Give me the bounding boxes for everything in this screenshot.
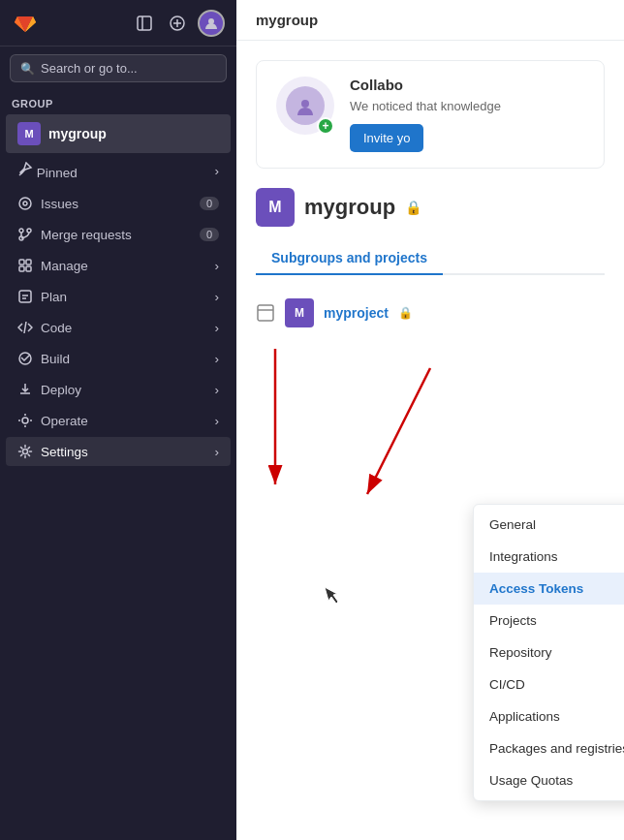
svg-point-23 [301, 100, 309, 108]
dropdown-item-cicd[interactable]: CI/CD [474, 669, 624, 700]
sidebar-item-pinned[interactable]: Pinned › [6, 155, 231, 187]
project-lock-icon: 🔒 [398, 306, 413, 320]
svg-rect-15 [26, 266, 31, 271]
plan-label: Plan [41, 290, 67, 304]
sidebar-item-merge-requests[interactable]: Merge requests 0 [6, 220, 231, 249]
deploy-icon [17, 382, 33, 397]
group-name-item[interactable]: M mygroup [6, 114, 231, 153]
sidebar: 🔍 Search or go to... Group M mygroup Pin… [0, 0, 236, 840]
gitlab-logo[interactable] [12, 8, 39, 38]
dropdown-item-usage-quotas[interactable]: Usage Quotas [474, 764, 624, 796]
group-title-row: M mygroup 🔒 [256, 188, 605, 227]
dropdown-item-access-tokens[interactable]: Access Tokens 📌 [474, 573, 624, 605]
code-label: Code [41, 321, 72, 335]
build-label: Build [41, 352, 70, 366]
search-bar[interactable]: 🔍 Search or go to... [10, 54, 227, 82]
build-icon [17, 351, 33, 366]
manage-icon [17, 258, 33, 273]
settings-dropdown: General Integrations Access Tokens 📌 Pro… [473, 504, 624, 801]
manage-label: Manage [41, 259, 88, 273]
svg-rect-16 [19, 291, 31, 302]
group-avatar: M [17, 122, 41, 145]
project-row: M myproject 🔒 [256, 291, 605, 335]
pinned-label: Pinned [37, 166, 78, 180]
sidebar-toggle-button[interactable] [132, 11, 157, 36]
deploy-chevron: › [215, 383, 220, 397]
svg-point-9 [19, 229, 23, 233]
sidebar-item-deploy[interactable]: Deploy › [6, 375, 231, 404]
sidebar-item-operate[interactable]: Operate › [6, 406, 231, 435]
group-name-label: mygroup [48, 126, 107, 141]
main-content: mygroup + Collabo We noticed that knowle… [236, 0, 624, 840]
group-section-label: Group [0, 90, 236, 113]
operate-chevron: › [215, 414, 220, 428]
pin-nav-icon [17, 162, 33, 177]
merge-requests-badge: 0 [200, 228, 219, 241]
deploy-label: Deploy [41, 383, 81, 397]
cursor [324, 586, 339, 610]
svg-line-28 [367, 368, 430, 494]
collab-desc: We noticed that knowledge [350, 97, 584, 116]
sidebar-header-icons [132, 10, 225, 37]
svg-point-8 [23, 202, 27, 205]
svg-rect-24 [258, 305, 273, 321]
group-section: M mygroup 🔒 Subgroups and projects M myp… [236, 188, 624, 335]
sidebar-item-settings[interactable]: Settings › [6, 437, 231, 466]
tab-subgroups[interactable]: Subgroups and projects [256, 242, 443, 275]
search-label: Search or go to... [41, 61, 138, 76]
issues-icon [17, 196, 33, 211]
svg-rect-0 [138, 16, 151, 30]
lock-icon: 🔒 [405, 200, 421, 215]
dropdown-item-general[interactable]: General [474, 509, 624, 541]
dropdown-item-packages[interactable]: Packages and registries [474, 732, 624, 764]
build-chevron: › [215, 352, 220, 366]
project-avatar: M [285, 298, 314, 327]
sidebar-item-plan[interactable]: Plan › [6, 282, 231, 311]
merge-requests-label: Merge requests [41, 228, 132, 242]
settings-label: Settings [41, 445, 88, 459]
collab-title: Collabo [350, 77, 584, 93]
project-container-icon [256, 303, 275, 323]
group-icon: M [256, 188, 295, 227]
user-avatar[interactable] [198, 10, 225, 37]
manage-chevron: › [215, 259, 220, 273]
svg-rect-14 [19, 266, 24, 271]
svg-rect-13 [26, 260, 31, 264]
invite-button[interactable]: Invite yo [350, 124, 423, 152]
sidebar-header [0, 0, 236, 47]
tabs-row: Subgroups and projects [256, 242, 605, 275]
main-breadcrumb: mygroup [236, 0, 624, 41]
pinned-chevron: › [215, 164, 220, 178]
plan-chevron: › [215, 290, 220, 304]
sidebar-item-issues[interactable]: Issues 0 [6, 189, 231, 218]
project-name[interactable]: myproject [324, 305, 389, 321]
sidebar-item-build[interactable]: Build › [6, 344, 231, 373]
sidebar-item-code[interactable]: Code › [6, 313, 231, 342]
merge-icon [17, 227, 33, 242]
group-name-heading: mygroup [304, 195, 395, 220]
dropdown-item-applications[interactable]: Applications [474, 700, 624, 732]
new-item-button[interactable] [165, 11, 190, 36]
plan-icon [17, 289, 33, 304]
code-chevron: › [215, 321, 220, 335]
issues-label: Issues [41, 197, 78, 211]
operate-label: Operate [41, 414, 88, 428]
code-icon [17, 320, 33, 335]
operate-icon [17, 413, 33, 428]
search-icon: 🔍 [20, 62, 35, 76]
svg-point-21 [22, 418, 28, 423]
issues-badge: 0 [200, 197, 219, 210]
dropdown-item-repository[interactable]: Repository [474, 637, 624, 669]
settings-chevron: › [215, 445, 220, 459]
svg-line-19 [24, 322, 26, 333]
svg-rect-12 [19, 260, 24, 264]
svg-point-22 [23, 450, 28, 454]
sidebar-item-manage[interactable]: Manage › [6, 251, 231, 280]
collab-card: + Collabo We noticed that knowledge Invi… [256, 60, 605, 169]
svg-point-7 [19, 198, 31, 209]
dropdown-item-projects[interactable]: Projects [474, 605, 624, 637]
settings-icon [17, 444, 33, 459]
dropdown-item-integrations[interactable]: Integrations [474, 541, 624, 573]
collab-avatar: + [276, 77, 334, 135]
svg-point-10 [27, 229, 31, 233]
